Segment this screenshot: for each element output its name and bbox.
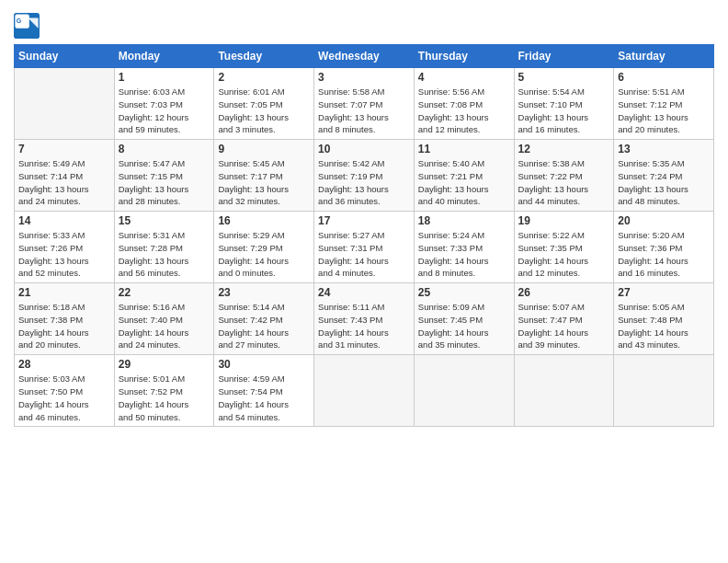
day-cell (414, 355, 514, 427)
day-number: 8 (119, 143, 210, 155)
day-number: 14 (18, 214, 110, 227)
day-info: Sunrise: 6:03 AM Sunset: 7:03 PM Dayligh… (119, 86, 210, 136)
col-header-monday: Monday (114, 45, 214, 68)
day-number: 6 (618, 71, 710, 84)
day-number: 28 (18, 358, 110, 371)
day-number: 9 (218, 143, 310, 155)
day-info: Sunrise: 5:09 AM Sunset: 7:45 PM Dayligh… (418, 301, 510, 351)
logo: G (14, 13, 43, 39)
day-cell (15, 68, 115, 140)
col-header-friday: Friday (514, 45, 614, 68)
day-info: Sunrise: 5:33 AM Sunset: 7:26 PM Dayligh… (18, 229, 110, 280)
day-info: Sunrise: 5:01 AM Sunset: 7:52 PM Dayligh… (119, 373, 210, 423)
day-cell: 7Sunrise: 5:49 AM Sunset: 7:14 PM Daylig… (15, 140, 115, 212)
week-row-4: 21Sunrise: 5:18 AM Sunset: 7:38 PM Dayli… (15, 283, 714, 355)
day-info: Sunrise: 5:45 AM Sunset: 7:17 PM Dayligh… (218, 157, 310, 208)
day-number: 23 (218, 286, 310, 299)
day-cell: 13Sunrise: 5:35 AM Sunset: 7:24 PM Dayli… (614, 140, 714, 212)
day-cell: 19Sunrise: 5:22 AM Sunset: 7:35 PM Dayli… (514, 212, 614, 283)
week-row-1: 1Sunrise: 6:03 AM Sunset: 7:03 PM Daylig… (15, 68, 714, 140)
day-cell: 22Sunrise: 5:16 AM Sunset: 7:40 PM Dayli… (114, 283, 214, 355)
day-number: 20 (618, 214, 710, 227)
day-info: Sunrise: 5:40 AM Sunset: 7:21 PM Dayligh… (418, 157, 510, 208)
day-number: 16 (218, 214, 310, 227)
day-info: Sunrise: 5:42 AM Sunset: 7:19 PM Dayligh… (318, 157, 410, 208)
header: G (14, 9, 714, 39)
day-number: 4 (418, 71, 510, 84)
day-cell: 4Sunrise: 5:56 AM Sunset: 7:08 PM Daylig… (414, 68, 514, 140)
day-info: Sunrise: 5:07 AM Sunset: 7:47 PM Dayligh… (518, 301, 610, 351)
day-number: 26 (518, 286, 610, 299)
day-number: 19 (518, 214, 610, 227)
day-number: 5 (518, 71, 610, 84)
day-cell: 10Sunrise: 5:42 AM Sunset: 7:19 PM Dayli… (314, 140, 415, 212)
col-header-tuesday: Tuesday (214, 45, 314, 68)
day-cell: 2Sunrise: 6:01 AM Sunset: 7:05 PM Daylig… (214, 68, 314, 140)
calendar-table: SundayMondayTuesdayWednesdayThursdayFrid… (14, 44, 714, 427)
day-cell: 20Sunrise: 5:20 AM Sunset: 7:36 PM Dayli… (614, 212, 714, 283)
day-cell: 1Sunrise: 6:03 AM Sunset: 7:03 PM Daylig… (114, 68, 214, 140)
day-cell (614, 355, 714, 427)
day-number: 11 (418, 143, 510, 155)
day-number: 30 (218, 358, 310, 371)
day-cell: 29Sunrise: 5:01 AM Sunset: 7:52 PM Dayli… (114, 355, 214, 427)
day-cell: 16Sunrise: 5:29 AM Sunset: 7:29 PM Dayli… (214, 212, 314, 283)
day-info: Sunrise: 5:29 AM Sunset: 7:29 PM Dayligh… (218, 229, 310, 280)
day-cell: 6Sunrise: 5:51 AM Sunset: 7:12 PM Daylig… (614, 68, 714, 140)
day-cell: 8Sunrise: 5:47 AM Sunset: 7:15 PM Daylig… (114, 140, 214, 212)
day-cell: 25Sunrise: 5:09 AM Sunset: 7:45 PM Dayli… (414, 283, 514, 355)
day-number: 1 (119, 71, 210, 84)
day-cell: 17Sunrise: 5:27 AM Sunset: 7:31 PM Dayli… (314, 212, 415, 283)
day-info: Sunrise: 5:49 AM Sunset: 7:14 PM Dayligh… (18, 157, 110, 208)
day-cell: 27Sunrise: 5:05 AM Sunset: 7:48 PM Dayli… (614, 283, 714, 355)
day-cell: 24Sunrise: 5:11 AM Sunset: 7:43 PM Dayli… (314, 283, 415, 355)
day-number: 13 (618, 143, 710, 155)
day-number: 2 (218, 71, 310, 84)
day-cell: 23Sunrise: 5:14 AM Sunset: 7:42 PM Dayli… (214, 283, 314, 355)
day-info: Sunrise: 5:38 AM Sunset: 7:22 PM Dayligh… (518, 157, 610, 208)
day-info: Sunrise: 5:03 AM Sunset: 7:50 PM Dayligh… (18, 373, 110, 423)
day-cell (314, 355, 415, 427)
col-header-sunday: Sunday (15, 45, 115, 68)
day-number: 7 (18, 143, 110, 155)
day-info: Sunrise: 5:22 AM Sunset: 7:35 PM Dayligh… (518, 229, 610, 280)
day-number: 21 (18, 286, 110, 299)
week-row-2: 7Sunrise: 5:49 AM Sunset: 7:14 PM Daylig… (15, 140, 714, 212)
day-number: 18 (418, 214, 510, 227)
page-container: G SundayMondayTuesdayWednesdayThursdayFr… (0, 0, 728, 436)
day-cell: 9Sunrise: 5:45 AM Sunset: 7:17 PM Daylig… (214, 140, 314, 212)
day-number: 24 (318, 286, 410, 299)
day-number: 3 (318, 71, 410, 84)
day-number: 12 (518, 143, 610, 155)
day-number: 25 (418, 286, 510, 299)
day-cell: 28Sunrise: 5:03 AM Sunset: 7:50 PM Dayli… (15, 355, 115, 427)
day-info: Sunrise: 5:11 AM Sunset: 7:43 PM Dayligh… (318, 301, 410, 351)
day-cell: 21Sunrise: 5:18 AM Sunset: 7:38 PM Dayli… (15, 283, 115, 355)
day-cell (514, 355, 614, 427)
day-cell: 30Sunrise: 4:59 AM Sunset: 7:54 PM Dayli… (214, 355, 314, 427)
calendar-header-row: SundayMondayTuesdayWednesdayThursdayFrid… (15, 45, 714, 68)
day-info: Sunrise: 5:58 AM Sunset: 7:07 PM Dayligh… (318, 86, 410, 136)
col-header-saturday: Saturday (614, 45, 714, 68)
col-header-thursday: Thursday (414, 45, 514, 68)
day-info: Sunrise: 5:20 AM Sunset: 7:36 PM Dayligh… (618, 229, 710, 280)
week-row-3: 14Sunrise: 5:33 AM Sunset: 7:26 PM Dayli… (15, 212, 714, 283)
day-info: Sunrise: 5:27 AM Sunset: 7:31 PM Dayligh… (318, 229, 410, 280)
day-cell: 12Sunrise: 5:38 AM Sunset: 7:22 PM Dayli… (514, 140, 614, 212)
day-info: Sunrise: 4:59 AM Sunset: 7:54 PM Dayligh… (218, 373, 310, 423)
day-info: Sunrise: 5:16 AM Sunset: 7:40 PM Dayligh… (119, 301, 210, 351)
day-cell: 18Sunrise: 5:24 AM Sunset: 7:33 PM Dayli… (414, 212, 514, 283)
day-info: Sunrise: 5:05 AM Sunset: 7:48 PM Dayligh… (618, 301, 710, 351)
day-number: 22 (119, 286, 210, 299)
day-number: 17 (318, 214, 410, 227)
day-info: Sunrise: 5:56 AM Sunset: 7:08 PM Dayligh… (418, 86, 510, 136)
day-cell: 11Sunrise: 5:40 AM Sunset: 7:21 PM Dayli… (414, 140, 514, 212)
logo-icon: G (14, 13, 40, 39)
day-cell: 3Sunrise: 5:58 AM Sunset: 7:07 PM Daylig… (314, 68, 415, 140)
day-cell: 14Sunrise: 5:33 AM Sunset: 7:26 PM Dayli… (15, 212, 115, 283)
day-info: Sunrise: 5:14 AM Sunset: 7:42 PM Dayligh… (218, 301, 310, 351)
day-cell: 15Sunrise: 5:31 AM Sunset: 7:28 PM Dayli… (114, 212, 214, 283)
day-number: 29 (119, 358, 210, 371)
week-row-5: 28Sunrise: 5:03 AM Sunset: 7:50 PM Dayli… (15, 355, 714, 427)
day-info: Sunrise: 5:18 AM Sunset: 7:38 PM Dayligh… (18, 301, 110, 351)
